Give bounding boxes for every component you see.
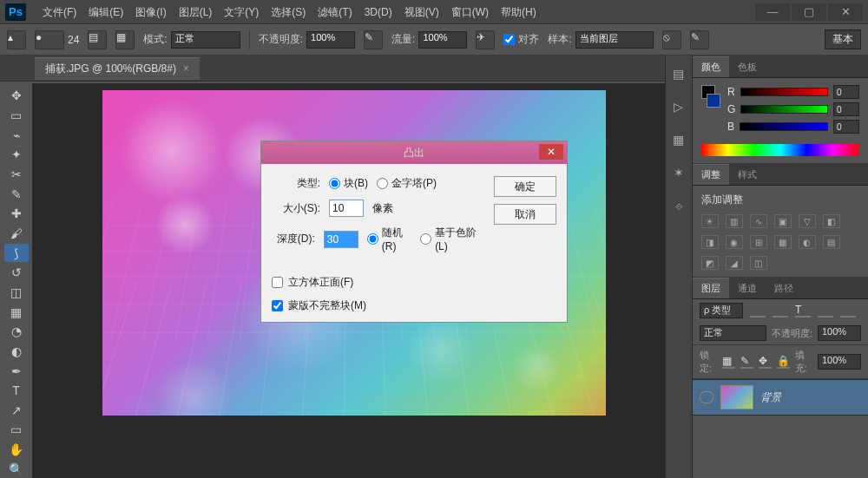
lasso-tool-icon[interactable]: ⌁ — [4, 126, 29, 144]
depth-input[interactable] — [324, 231, 358, 248]
menu-edit[interactable]: 编辑(E) — [82, 0, 129, 24]
value-b[interactable]: 0 — [833, 120, 859, 134]
menu-help[interactable]: 帮助(H) — [495, 0, 542, 24]
value-g[interactable]: 0 — [833, 102, 859, 116]
maximize-button[interactable]: ▢ — [792, 3, 826, 21]
marquee-tool-icon[interactable]: ▭ — [4, 107, 29, 125]
lock-position-icon[interactable]: ✥ — [759, 355, 772, 369]
tab-layers[interactable]: 图层 — [693, 278, 729, 298]
brush-preview-icon[interactable]: ● — [35, 30, 64, 49]
sample-select[interactable]: 当前图层 — [575, 31, 654, 49]
value-r[interactable]: 0 — [833, 85, 859, 99]
tab-styles[interactable]: 样式 — [729, 165, 766, 185]
adj-vibrance-icon[interactable]: ▽ — [799, 214, 816, 228]
tab-adjustments[interactable]: 调整 — [693, 164, 729, 185]
adj-lookup-icon[interactable]: ▦ — [774, 235, 792, 249]
tab-close-icon[interactable]: × — [183, 62, 189, 75]
layer-filter-select[interactable]: ρ 类型 — [700, 303, 743, 318]
slider-b[interactable] — [740, 122, 828, 131]
brush-settings-icon[interactable]: ▦ — [115, 30, 135, 49]
dialog-close-icon[interactable]: ✕ — [539, 144, 563, 160]
menu-view[interactable]: 视图(V) — [398, 0, 445, 24]
airbrush-icon[interactable]: ✈ — [476, 30, 495, 49]
size-input[interactable] — [329, 200, 364, 217]
tab-color[interactable]: 颜色 — [693, 56, 729, 77]
lock-paint-icon[interactable]: ✎ — [740, 355, 753, 369]
layer-blend-select[interactable]: 正常 — [700, 325, 766, 341]
menu-filter[interactable]: 滤镜(T) — [312, 0, 358, 24]
radio-level[interactable]: 基于色阶(L) — [420, 226, 482, 252]
type-tool-icon[interactable]: T — [4, 382, 29, 400]
background-swatch[interactable] — [707, 94, 720, 108]
document-tab[interactable]: 捕获.JPG @ 100%(RGB/8#) × — [35, 57, 200, 80]
ignore-adjust-icon[interactable]: ⦸ — [662, 30, 681, 49]
layer-fill-input[interactable]: 100% — [818, 354, 861, 370]
tab-channels[interactable]: 通道 — [729, 278, 766, 298]
radio-pyramid[interactable]: 金字塔(P) — [377, 176, 437, 191]
filter-shape-icon[interactable] — [818, 304, 833, 318]
lock-all-icon[interactable]: 🔒 — [777, 355, 790, 369]
layer-thumbnail[interactable] — [720, 385, 753, 409]
adj-gradient-icon[interactable]: ◢ — [726, 256, 743, 270]
filter-pixel-icon[interactable] — [750, 304, 766, 318]
blur-tool-icon[interactable]: ◔ — [4, 323, 29, 341]
adj-curves-icon[interactable]: ∿ — [750, 214, 767, 228]
dodge-tool-icon[interactable]: ◐ — [4, 343, 29, 361]
filter-type-icon[interactable]: T — [795, 304, 811, 318]
history-brush-tool-icon[interactable]: ↺ — [4, 264, 29, 282]
filter-smart-icon[interactable] — [840, 304, 856, 318]
flow-input[interactable]: 100% — [418, 31, 467, 49]
blend-mode-select[interactable]: 正常 — [171, 31, 240, 49]
history-panel-icon[interactable]: ▤ — [669, 64, 688, 83]
menu-3d[interactable]: 3D(D) — [358, 0, 398, 24]
cancel-button[interactable]: 取消 — [494, 204, 556, 225]
tablet-pressure-icon[interactable]: ✎ — [690, 30, 709, 49]
menu-type[interactable]: 文字(Y) — [218, 0, 265, 24]
radio-block[interactable]: 块(B) — [329, 176, 368, 191]
visibility-icon[interactable] — [700, 391, 713, 403]
tab-swatches[interactable]: 色板 — [729, 57, 766, 77]
path-tool-icon[interactable]: ↗ — [4, 402, 29, 420]
properties-panel-icon[interactable]: ▦ — [669, 130, 688, 149]
adj-brightness-icon[interactable]: ☀ — [701, 214, 719, 228]
opacity-input[interactable]: 100% — [306, 31, 355, 49]
clone-panel-icon[interactable]: ⟐ — [669, 196, 688, 215]
pen-tool-icon[interactable]: ✒ — [4, 362, 29, 380]
close-button[interactable]: ✕ — [828, 3, 863, 21]
shape-tool-icon[interactable]: ▭ — [4, 421, 29, 439]
tab-paths[interactable]: 路径 — [766, 278, 802, 298]
radio-random[interactable]: 随机(R) — [367, 226, 411, 252]
crop-tool-icon[interactable]: ✂ — [4, 166, 29, 184]
move-tool-icon[interactable]: ✥ — [4, 87, 29, 105]
layer-item-background[interactable]: 背景 — [693, 379, 868, 416]
checkbox-mask-incomplete[interactable]: 蒙版不完整块(M) — [272, 298, 482, 313]
eyedropper-tool-icon[interactable]: ✎ — [4, 185, 29, 203]
align-checkbox[interactable] — [503, 34, 515, 45]
hand-tool-icon[interactable]: ✋ — [4, 441, 29, 459]
adj-hsl-icon[interactable]: ◧ — [823, 214, 840, 228]
stamp-tool-icon[interactable]: ⟆ — [4, 244, 29, 262]
brush-tool-icon[interactable]: 🖌 — [4, 225, 29, 243]
menu-layer[interactable]: 图层(L) — [173, 0, 219, 24]
menu-select[interactable]: 选择(S) — [265, 0, 312, 24]
adj-invert-icon[interactable]: ◐ — [799, 235, 816, 249]
lock-transparent-icon[interactable]: ▦ — [722, 355, 735, 369]
adj-mixer-icon[interactable]: ⊞ — [750, 235, 767, 249]
checkbox-solid-front[interactable]: 立方体正面(F) — [272, 275, 482, 290]
menu-image[interactable]: 图像(I) — [129, 0, 172, 24]
workspace-button[interactable]: 基本 — [825, 29, 861, 49]
heal-tool-icon[interactable]: ✚ — [4, 205, 29, 223]
color-spectrum[interactable] — [701, 144, 859, 156]
brushes-panel-icon[interactable]: ✶ — [669, 163, 688, 182]
brush-panel-icon[interactable]: ▤ — [88, 30, 107, 49]
filter-adjust-icon[interactable] — [773, 304, 788, 318]
tool-preset-icon[interactable]: ▴ — [7, 30, 26, 49]
adj-selective-icon[interactable]: ◫ — [750, 256, 767, 270]
adj-exposure-icon[interactable]: ▣ — [774, 214, 792, 228]
slider-r[interactable] — [740, 88, 828, 96]
slider-g[interactable] — [740, 105, 828, 114]
ok-button[interactable]: 确定 — [494, 176, 556, 197]
wand-tool-icon[interactable]: ✦ — [4, 146, 29, 164]
adj-photo-filter-icon[interactable]: ◉ — [726, 235, 743, 249]
dialog-titlebar[interactable]: 凸出 ✕ — [261, 141, 567, 164]
